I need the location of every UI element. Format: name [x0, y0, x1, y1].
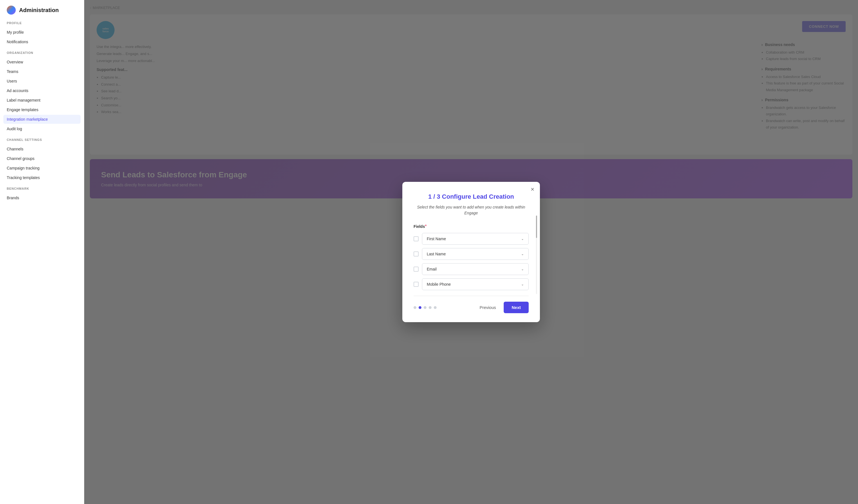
chevron-down-icon: ⌄: [521, 237, 524, 241]
sidebar-item-channel-groups[interactable]: Channel groups: [3, 154, 81, 163]
modal-body: 1 / 3 Configure Lead Creation Select the…: [402, 182, 540, 296]
main-content: ‹ MARKETPLACE salesforce CONNECT NOW Use…: [84, 0, 858, 504]
field-select-last-name[interactable]: Last Name ⌄: [422, 248, 529, 260]
modal-title: 1 / 3 Configure Lead Creation: [414, 193, 529, 200]
sidebar-item-teams[interactable]: Teams: [3, 67, 81, 76]
field-select-wrapper-email: Email ⌄: [422, 263, 529, 275]
sidebar-item-my-profile[interactable]: My profile: [3, 28, 81, 37]
app-logo: [7, 5, 16, 15]
sidebar: Administration PROFILE My profile Notifi…: [0, 0, 84, 504]
pagination-dot-1: [414, 306, 416, 309]
footer-buttons: Previous Next: [475, 302, 529, 313]
field-row-email: Email ⌄: [414, 263, 529, 275]
previous-button[interactable]: Previous: [475, 302, 500, 313]
field-select-wrapper-first-name: First Name ⌄: [422, 233, 529, 245]
field-row-mobile-phone: Mobile Phone ⌄: [414, 278, 529, 290]
field-row-last-name: Last Name ⌄: [414, 248, 529, 260]
sidebar-item-campaign-tracking[interactable]: Campaign tracking: [3, 164, 81, 173]
fields-label: Fields: [414, 224, 425, 229]
field-select-wrapper-mobile-phone: Mobile Phone ⌄: [422, 278, 529, 290]
channel-section: CHANNEL SETTINGS: [0, 134, 84, 144]
field-checkbox-mobile-phone[interactable]: [414, 282, 418, 287]
field-checkbox-first-name[interactable]: [414, 236, 418, 241]
app-title: Administration: [19, 7, 59, 14]
sidebar-item-users[interactable]: Users: [3, 77, 81, 86]
field-select-wrapper-last-name: Last Name ⌄: [422, 248, 529, 260]
modal: × 1 / 3 Configure Lead Creation Select t…: [402, 182, 540, 322]
org-section-label: ORGANIZATION: [7, 51, 77, 54]
scroll-indicator: [536, 215, 537, 294]
field-select-first-name[interactable]: First Name ⌄: [422, 233, 529, 245]
fields-label-row: Fields*: [414, 224, 529, 229]
pagination-dots: [414, 306, 436, 309]
profile-section-label: PROFILE: [7, 21, 77, 25]
sidebar-item-notifications[interactable]: Notifications: [3, 37, 81, 46]
modal-subtitle: Select the fields you want to add when y…: [414, 204, 529, 216]
scroll-thumb: [536, 215, 537, 238]
modal-divider: [414, 296, 529, 296]
next-button[interactable]: Next: [504, 302, 529, 313]
org-section: ORGANIZATION: [0, 47, 84, 57]
sidebar-item-engage-templates[interactable]: Engage templates: [3, 105, 81, 114]
profile-section: PROFILE: [0, 21, 84, 28]
benchmark-section-label: BENCHMARK: [7, 187, 77, 190]
modal-footer: Previous Next: [402, 296, 540, 322]
field-row-first-name: First Name ⌄: [414, 233, 529, 245]
sidebar-item-integration-marketplace[interactable]: Integration marketplace: [3, 115, 81, 124]
pagination-dot-2: [418, 306, 422, 309]
sidebar-item-channels[interactable]: Channels: [3, 145, 81, 153]
field-checkbox-email[interactable]: [414, 266, 418, 272]
pagination-dot-5: [434, 306, 436, 309]
sidebar-header: Administration: [0, 5, 84, 21]
overlay: × 1 / 3 Configure Lead Creation Select t…: [84, 0, 858, 504]
chevron-down-icon: ⌄: [521, 252, 524, 256]
sidebar-item-audit-log[interactable]: Audit log: [3, 124, 81, 133]
channel-section-label: CHANNEL SETTINGS: [7, 138, 77, 142]
field-select-email[interactable]: Email ⌄: [422, 263, 529, 275]
sidebar-item-brands[interactable]: Brands: [3, 193, 81, 202]
chevron-down-icon: ⌄: [521, 282, 524, 286]
pagination-dot-4: [429, 306, 431, 309]
sidebar-item-label-management[interactable]: Label management: [3, 96, 81, 105]
field-select-mobile-phone[interactable]: Mobile Phone ⌄: [422, 278, 529, 290]
chevron-down-icon: ⌄: [521, 267, 524, 271]
modal-close-button[interactable]: ×: [531, 186, 534, 193]
field-checkbox-last-name[interactable]: [414, 251, 418, 257]
sidebar-item-overview[interactable]: Overview: [3, 58, 81, 66]
fields-required-marker: *: [425, 224, 427, 229]
sidebar-item-ad-accounts[interactable]: Ad accounts: [3, 86, 81, 95]
sidebar-item-tracking-templates[interactable]: Tracking templates: [3, 173, 81, 182]
pagination-dot-3: [424, 306, 427, 309]
benchmark-section: BENCHMARK: [0, 182, 84, 193]
